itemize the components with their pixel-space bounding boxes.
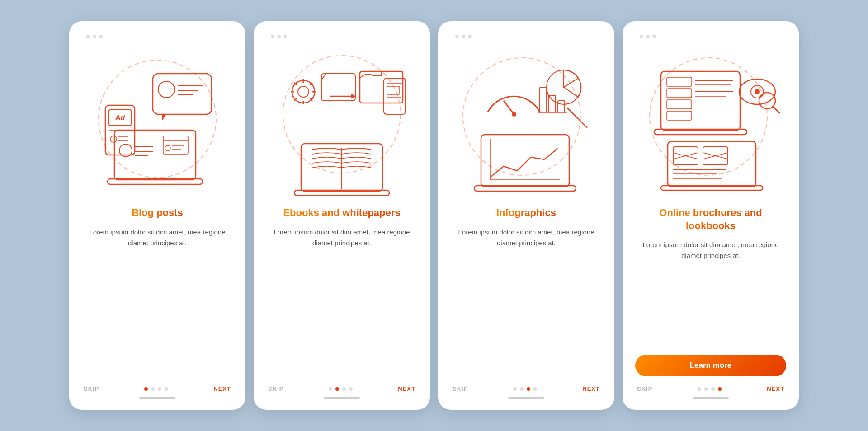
nav-dot bbox=[151, 387, 155, 391]
nav-dot bbox=[520, 387, 524, 391]
card-4-title: Online brochures and lookbooks bbox=[635, 206, 786, 232]
cards-container: Ad Blog posts Lorem ipsum bbox=[42, 3, 826, 428]
card-1-body: Lorem ipsum dolor sit dim amet, mea regi… bbox=[82, 227, 233, 373]
svg-rect-64 bbox=[667, 77, 692, 86]
card-2-next[interactable]: NEXT bbox=[398, 385, 415, 392]
status-dot bbox=[277, 35, 281, 38]
status-dot bbox=[640, 35, 643, 38]
nav-dot-active bbox=[335, 387, 339, 391]
card-3-next[interactable]: NEXT bbox=[582, 385, 600, 392]
svg-point-22 bbox=[165, 145, 170, 151]
nav-dot bbox=[329, 387, 332, 391]
card-2-body: Lorem ipsum dolor sit dim amet, mea regi… bbox=[266, 227, 417, 373]
nav-dot-active bbox=[527, 387, 530, 391]
card-1-skip[interactable]: SKIP bbox=[84, 385, 99, 392]
svg-rect-56 bbox=[558, 101, 565, 112]
svg-line-59 bbox=[567, 108, 578, 119]
svg-rect-67 bbox=[667, 111, 692, 120]
nav-dot bbox=[533, 387, 537, 391]
card-4-skip[interactable]: SKIP bbox=[637, 385, 652, 392]
nav-dot bbox=[698, 387, 701, 391]
card-3-nav: SKIP NEXT bbox=[451, 385, 602, 392]
card-4-nav: SKIP NEXT bbox=[635, 385, 786, 392]
card-brochures: Online brochures and lookbooks Lorem ips… bbox=[623, 21, 799, 410]
svg-rect-66 bbox=[667, 100, 692, 109]
status-dot bbox=[468, 35, 472, 38]
card-infographics: Infographics Lorem ipsum dolor sit dim a… bbox=[438, 21, 614, 410]
status-dot bbox=[646, 35, 650, 38]
nav-dot-active bbox=[718, 387, 722, 391]
status-dot bbox=[652, 35, 656, 38]
svg-rect-54 bbox=[540, 87, 547, 112]
svg-point-74 bbox=[755, 89, 760, 94]
card-2-dots bbox=[329, 387, 353, 391]
svg-rect-48 bbox=[481, 135, 569, 187]
svg-rect-20 bbox=[163, 136, 188, 154]
status-bar-3 bbox=[455, 35, 472, 38]
card-4-dots bbox=[698, 387, 722, 391]
svg-line-76 bbox=[773, 106, 780, 113]
status-bar-1 bbox=[86, 35, 103, 38]
scroll-handle-2 bbox=[324, 397, 360, 399]
svg-point-53 bbox=[512, 112, 516, 117]
svg-rect-32 bbox=[387, 86, 400, 94]
nav-dot bbox=[342, 387, 346, 391]
card-4-body: Lorem ipsum dolor sit dim amet, mea regi… bbox=[635, 239, 786, 342]
status-dot bbox=[93, 35, 96, 38]
card-3-skip[interactable]: SKIP bbox=[453, 385, 468, 392]
card-3-dots bbox=[513, 387, 537, 391]
card-3-body: Lorem ipsum dolor sit dim amet, mea regi… bbox=[451, 227, 602, 373]
svg-point-11 bbox=[110, 136, 117, 142]
status-bar-2 bbox=[271, 35, 287, 38]
scroll-handle-4 bbox=[693, 397, 729, 399]
ebooks-illustration bbox=[267, 47, 416, 196]
blog-posts-illustration: Ad bbox=[83, 47, 232, 196]
card-blog-posts: Ad Blog posts Lorem ipsum bbox=[69, 21, 245, 410]
status-dot bbox=[86, 35, 90, 38]
nav-dot bbox=[165, 387, 168, 391]
infographics-illustration bbox=[452, 47, 601, 196]
card-3-title: Infographics bbox=[496, 206, 556, 220]
nav-dot-active bbox=[144, 387, 148, 391]
svg-line-52 bbox=[504, 101, 514, 114]
nav-dot bbox=[158, 387, 161, 391]
brochures-illustration bbox=[636, 47, 785, 196]
svg-text:Ad: Ad bbox=[115, 114, 126, 122]
svg-marker-15 bbox=[162, 114, 166, 121]
svg-rect-65 bbox=[667, 89, 692, 98]
card-2-nav: SKIP NEXT bbox=[266, 385, 417, 392]
status-dot bbox=[99, 35, 103, 38]
status-dot bbox=[271, 35, 274, 38]
card-1-next[interactable]: NEXT bbox=[213, 385, 231, 392]
nav-dot bbox=[711, 387, 715, 391]
status-dot bbox=[283, 35, 287, 38]
card-1-title: Blog posts bbox=[132, 206, 183, 220]
status-dot bbox=[462, 35, 465, 38]
nav-dot bbox=[704, 387, 708, 391]
card-2-skip[interactable]: SKIP bbox=[268, 385, 283, 392]
status-dot bbox=[455, 35, 459, 38]
svg-rect-14 bbox=[153, 74, 212, 114]
svg-point-35 bbox=[298, 86, 309, 97]
card-1-nav: SKIP NEXT bbox=[82, 385, 233, 392]
card-2-title: Ebooks and whitepapers bbox=[283, 206, 400, 220]
scroll-handle-3 bbox=[508, 397, 544, 399]
card-4-next[interactable]: NEXT bbox=[767, 385, 784, 392]
status-bar-4 bbox=[640, 35, 656, 38]
nav-dot bbox=[513, 387, 517, 391]
svg-point-16 bbox=[158, 81, 175, 98]
nav-dot bbox=[349, 387, 353, 391]
learn-more-button[interactable]: Learn more bbox=[635, 355, 786, 376]
card-1-dots bbox=[144, 387, 168, 391]
card-ebooks: Ebooks and whitepapers Lorem ipsum dolor… bbox=[254, 21, 430, 410]
scroll-handle-1 bbox=[139, 397, 175, 399]
